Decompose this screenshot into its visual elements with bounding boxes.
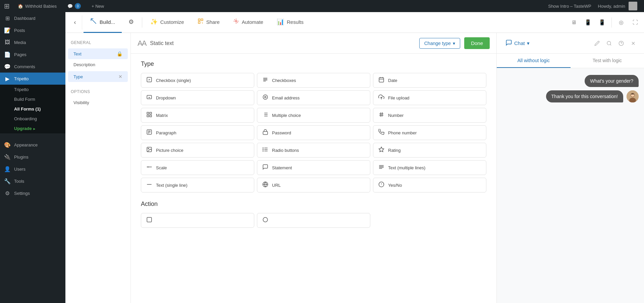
type-statement-label: Statement (272, 165, 292, 170)
type-number[interactable]: Number (373, 108, 486, 123)
type-picture-choice[interactable]: Picture choice (141, 143, 254, 158)
sidebar-label-users: Users (14, 167, 25, 172)
type-text-multiple[interactable]: Text (multiple lines) (373, 160, 486, 175)
sidebar-item-users[interactable]: 👤 Users (0, 163, 65, 175)
type-matrix-label: Matrix (156, 113, 168, 118)
sidebar-item-comments[interactable]: 💬 Comments (0, 60, 65, 73)
type-multiple-choice-label: Multiple choice (272, 113, 301, 118)
tab-settings[interactable]: ⚙ (122, 12, 141, 33)
mobile-view-btn[interactable]: 📱 (596, 16, 608, 29)
svg-rect-55 (147, 217, 152, 222)
type-label: Type (73, 74, 83, 79)
chat-button[interactable]: Chat ▾ (502, 37, 533, 49)
tab-build[interactable]: Build... (84, 12, 122, 33)
adminbar-comments[interactable]: 💬 0 (65, 0, 84, 12)
type-statement[interactable]: Statement (257, 160, 370, 175)
chat-response-1: Thank you for this conversation! (502, 90, 639, 102)
results-icon: 📊 (277, 18, 284, 26)
chat-message-1: What's your gender? (502, 75, 639, 87)
type-scale[interactable]: Scale (141, 160, 254, 175)
type-url[interactable]: URL (257, 178, 370, 192)
sidebar-field-type[interactable]: Type ✕ (68, 71, 128, 82)
svg-rect-18 (150, 112, 152, 114)
sidebar-submenu-all-forms[interactable]: All Forms (1) (0, 104, 65, 114)
type-checkboxes[interactable]: Checkboxes (257, 73, 370, 88)
back-button[interactable]: ‹ (68, 15, 82, 30)
type-date[interactable]: Date (373, 73, 486, 88)
type-phone-number[interactable]: Phone number (373, 125, 486, 140)
field-edit-title: Static text (150, 40, 173, 46)
tab-share[interactable]: Share (191, 12, 226, 33)
done-button[interactable]: Done (464, 37, 490, 49)
done-label: Done (471, 40, 483, 46)
sidebar-item-tripetto[interactable]: ▶ Tripetto (0, 73, 65, 85)
number-icon (378, 112, 385, 119)
sidebar-item-media[interactable]: 🖼 Media (0, 36, 65, 48)
edit-pencil-icon[interactable] (592, 38, 602, 49)
type-dropdown[interactable]: Dropdown (141, 90, 254, 105)
tab-test-with-logic[interactable]: Test with logic (571, 54, 644, 68)
svg-rect-2 (198, 21, 200, 23)
desktop-view-btn[interactable]: 🖥 (568, 16, 580, 29)
type-paragraph[interactable]: Paragraph (141, 125, 254, 140)
target-icon-btn[interactable]: ◎ (615, 16, 627, 29)
help-icon[interactable] (616, 38, 627, 49)
type-date-label: Date (388, 78, 397, 83)
sidebar-field-text[interactable]: Text 🔒 (68, 48, 128, 59)
close-right-panel-icon[interactable] (628, 38, 639, 49)
chat-preview: What's your gender? Thank you for this c… (497, 68, 644, 303)
wp-logo[interactable]: ⊞ (4, 2, 10, 10)
svg-rect-17 (147, 112, 149, 114)
media-icon: 🖼 (4, 39, 11, 45)
type-multiple-choice[interactable]: Multiple choice (257, 108, 370, 123)
sidebar-submenu-onboarding[interactable]: Onboarding (0, 114, 65, 124)
svg-point-46 (148, 167, 149, 168)
type-password[interactable]: Password (257, 125, 370, 140)
type-dropdown-label: Dropdown (156, 95, 176, 100)
sidebar-submenu-upgrade[interactable]: Upgrade (0, 124, 65, 133)
adminbar-show-intro[interactable]: Show Intro – TasteWP (545, 0, 594, 12)
build-icon (90, 18, 97, 26)
tab-all-without-logic[interactable]: All without logic (497, 54, 571, 68)
type-text-single[interactable]: Text (single line) (141, 178, 254, 192)
multiple-choice-icon (262, 112, 269, 119)
type-radio-buttons[interactable]: Radio buttons (257, 143, 370, 158)
sidebar-submenu-tripetto-home[interactable]: Tripetto (0, 85, 65, 94)
action-item-2[interactable] (257, 213, 370, 228)
svg-line-30 (382, 112, 383, 117)
action-item-1[interactable] (141, 213, 254, 228)
type-email[interactable]: Email address (257, 90, 370, 105)
tab-customize-label: Customize (160, 19, 184, 25)
sidebar-item-pages[interactable]: 📄 Pages (0, 48, 65, 60)
tab-results[interactable]: 📊 Results (270, 12, 310, 33)
sidebar-item-appearance[interactable]: 🎨 Appearance (0, 139, 65, 151)
tab-build-label: Build... (100, 19, 115, 25)
type-matrix[interactable]: Matrix (141, 108, 254, 123)
sidebar-item-posts[interactable]: 📝 Posts (0, 24, 65, 36)
adminbar-howdy[interactable]: Howdy, admin (595, 0, 640, 12)
tablet-view-btn[interactable]: 📱 (582, 16, 594, 29)
type-yes-no-label: Yes/No (388, 183, 402, 188)
tab-customize[interactable]: ✨ Customize (144, 12, 191, 33)
sidebar-field-visibility[interactable]: Visibility (68, 97, 128, 108)
type-yes-no[interactable]: Yes/No (373, 178, 486, 192)
search-icon[interactable] (604, 38, 614, 49)
adminbar-site[interactable]: 🏠 Withhold Babies (15, 0, 59, 12)
type-file-upload[interactable]: File upload (373, 90, 486, 105)
sidebar-field-description[interactable]: Description (68, 59, 128, 70)
expand-btn[interactable]: ⛶ (629, 16, 641, 29)
type-checkbox-single[interactable]: Checkbox (single) (141, 73, 254, 88)
sidebar-item-settings[interactable]: ⚙ Settings (0, 187, 65, 199)
tab-automate[interactable]: Automate (226, 12, 270, 33)
text-multiple-icon (378, 164, 385, 171)
close-type-icon[interactable]: ✕ (118, 74, 122, 79)
change-type-button[interactable]: Change type ▾ (419, 38, 460, 49)
sidebar-submenu-build-form[interactable]: Build Form (0, 94, 65, 104)
sidebar-item-dashboard[interactable]: ⊞ Dashboard (0, 12, 65, 24)
plugins-icon: 🔌 (4, 154, 11, 160)
sidebar-item-tools[interactable]: 🔧 Tools (0, 175, 65, 187)
appearance-icon: 🎨 (4, 142, 11, 148)
type-rating[interactable]: Rating (373, 143, 486, 158)
adminbar-new[interactable]: + New (89, 0, 107, 12)
sidebar-item-plugins[interactable]: 🔌 Plugins (0, 151, 65, 163)
